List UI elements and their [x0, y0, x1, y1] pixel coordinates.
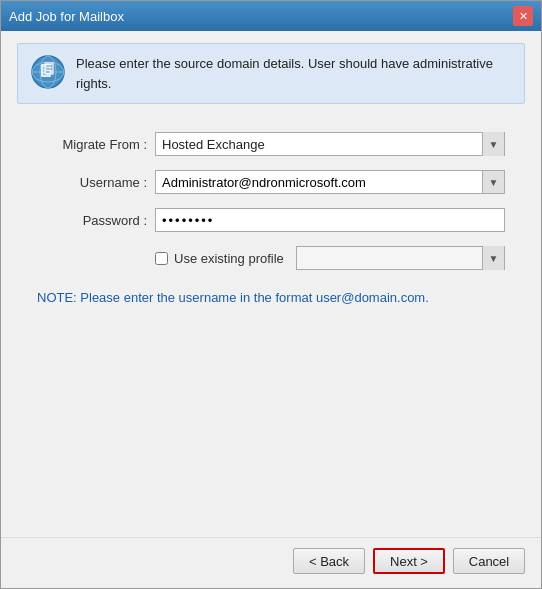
main-window: Add Job for Mailbox ✕ [0, 0, 542, 589]
username-row: Username : ▼ [37, 170, 505, 194]
info-icon [30, 54, 66, 90]
content-area: Please enter the source domain details. … [1, 31, 541, 537]
existing-profile-dropdown[interactable]: ▼ [296, 246, 505, 270]
username-label: Username : [37, 175, 147, 190]
migrate-from-arrow-icon[interactable]: ▼ [482, 132, 504, 156]
button-bar: < Back Next > Cancel [1, 537, 541, 588]
back-button[interactable]: < Back [293, 548, 365, 574]
password-control [155, 208, 505, 232]
username-combo: ▼ [155, 170, 505, 194]
note-area: NOTE: Please enter the username in the f… [17, 282, 525, 305]
close-button[interactable]: ✕ [513, 6, 533, 26]
password-label: Password : [37, 213, 147, 228]
migrate-from-label: Migrate From : [37, 137, 147, 152]
note-text: NOTE: Please enter the username in the f… [37, 290, 429, 305]
username-control: ▼ [155, 170, 505, 194]
migrate-from-value: Hosted Exchange [162, 137, 265, 152]
migrate-from-control: Hosted Exchange ▼ [155, 132, 505, 156]
form-area: Migrate From : Hosted Exchange ▼ Usernam… [17, 116, 525, 270]
info-box: Please enter the source domain details. … [17, 43, 525, 104]
cancel-button[interactable]: Cancel [453, 548, 525, 574]
password-row: Password : [37, 208, 505, 232]
next-button[interactable]: Next > [373, 548, 445, 574]
username-input[interactable] [156, 171, 482, 193]
existing-profile-arrow-icon[interactable]: ▼ [482, 246, 504, 270]
username-dropdown-arrow-icon[interactable]: ▼ [482, 171, 504, 193]
title-bar-controls: ✕ [513, 6, 533, 26]
title-bar: Add Job for Mailbox ✕ [1, 1, 541, 31]
info-message: Please enter the source domain details. … [76, 54, 512, 93]
password-input[interactable] [155, 208, 505, 232]
use-existing-label: Use existing profile [174, 251, 284, 266]
window-title: Add Job for Mailbox [9, 9, 124, 24]
migrate-from-row: Migrate From : Hosted Exchange ▼ [37, 132, 505, 156]
use-existing-row: Use existing profile ▼ [37, 246, 505, 270]
use-existing-checkbox[interactable] [155, 252, 168, 265]
migrate-from-dropdown[interactable]: Hosted Exchange ▼ [155, 132, 505, 156]
